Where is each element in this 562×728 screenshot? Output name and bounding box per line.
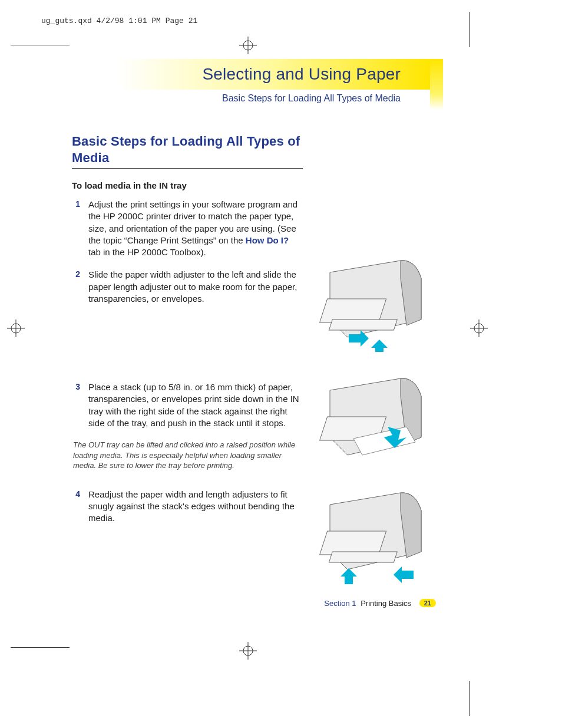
page-number-badge: 21 (419, 599, 436, 607)
registration-mark-icon (239, 37, 257, 54)
registration-mark-icon (7, 319, 25, 337)
crop-mark (11, 45, 70, 45)
chapter-subtitle: Basic Steps for Loading All Types of Med… (82, 93, 430, 104)
printer-figure-1 (312, 255, 436, 352)
step-number: 4 (72, 489, 80, 525)
step-list: 1 Adjust the print settings in your soft… (72, 199, 303, 524)
crop-mark (11, 647, 70, 648)
step-text-part: tab in the HP 2000C Toolbox). (88, 247, 206, 257)
step-4: 4 Readjust the paper width and length ad… (72, 489, 303, 525)
step-3: 3 Place a stack (up to 5/8 in. or 16 mm … (72, 381, 303, 429)
printer-figure-2 (312, 373, 436, 470)
chapter-banner: Selecting and Using Paper (82, 59, 430, 90)
svg-marker-22 (394, 566, 414, 583)
how-do-i-emph: How Do I? (246, 235, 289, 245)
chapter-title: Selecting and Using Paper (82, 59, 401, 90)
crop-mark (469, 12, 470, 47)
printer-figure-3 (312, 487, 436, 584)
step-number: 2 (72, 269, 80, 305)
step-1: 1 Adjust the print settings in your soft… (72, 199, 303, 258)
footer-section: Section 1 (324, 599, 356, 608)
heading-rule (72, 168, 303, 169)
registration-mark-icon (239, 642, 257, 660)
page-footer: Section 1 Printing Basics 21 (306, 599, 436, 608)
step-2: 2 Slide the paper width adjuster to the … (72, 269, 303, 305)
registration-mark-icon (470, 319, 488, 337)
step-note: The OUT tray can be lifted and clicked i… (73, 440, 303, 471)
banner-accent (430, 59, 443, 110)
print-job-header: ug_guts.qxd 4/2/98 1:01 PM Page 21 (41, 17, 197, 25)
step-text: Readjust the paper width and length adju… (88, 489, 303, 525)
svg-rect-20 (329, 552, 397, 562)
svg-rect-12 (320, 299, 386, 322)
step-number: 1 (72, 199, 80, 258)
footer-label: Printing Basics (361, 599, 411, 608)
section-heading: Basic Steps for Loading All Types of Med… (72, 133, 303, 166)
step-text: Place a stack (up to 5/8 in. or 16 mm th… (88, 381, 303, 429)
crop-mark (469, 681, 470, 716)
content-column: Basic Steps for Loading All Types of Med… (72, 133, 303, 535)
svg-marker-15 (371, 340, 388, 352)
step-text: Slide the paper width adjuster to the le… (88, 269, 303, 305)
svg-rect-19 (320, 531, 386, 555)
svg-rect-13 (329, 319, 397, 330)
section-subheading: To load media in the IN tray (72, 180, 303, 190)
step-number: 3 (72, 381, 80, 429)
svg-marker-21 (340, 568, 357, 584)
step-text: Adjust the print settings in your softwa… (88, 199, 303, 258)
